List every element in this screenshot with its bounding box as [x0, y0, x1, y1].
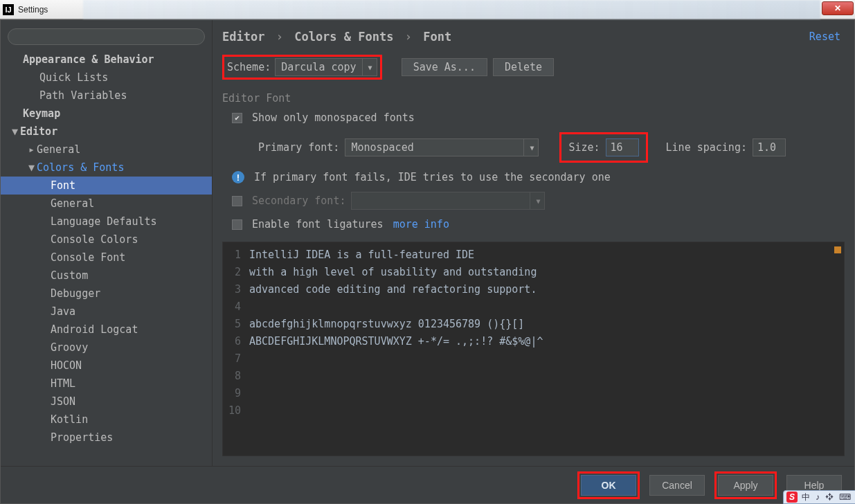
tree-item[interactable]: Keymap: [1, 105, 212, 123]
tree-item[interactable]: Console Font: [1, 249, 212, 267]
tree-item[interactable]: Java: [1, 303, 212, 321]
tree-item[interactable]: Appearance & Behavior: [1, 51, 212, 69]
font-size-input[interactable]: [606, 138, 639, 156]
secondary-font-checkbox[interactable]: [232, 196, 242, 206]
tree-item[interactable]: JSON: [1, 393, 212, 411]
tree-item[interactable]: Language Defaults: [1, 213, 212, 231]
tree-item[interactable]: Console Colors: [1, 231, 212, 249]
tree-item[interactable]: General: [1, 195, 212, 213]
breadcrumb-colors-fonts[interactable]: Colors & Fonts: [294, 30, 393, 44]
cancel-button[interactable]: Cancel: [649, 475, 705, 496]
more-info-link[interactable]: more info: [393, 218, 449, 231]
preview-marker: [834, 246, 841, 253]
apply-button[interactable]: Apply: [718, 475, 773, 496]
primary-font-dropdown[interactable]: Monospaced ▼: [345, 138, 539, 156]
scheme-value: Darcula copy: [281, 61, 356, 73]
breadcrumb: Editor › Colors & Fonts › Font Reset: [213, 20, 854, 51]
secondary-font-label: Secondary font:: [252, 195, 345, 207]
window-title: Settings: [18, 5, 48, 15]
delete-button[interactable]: Delete: [493, 58, 554, 76]
monospaced-label: Show only monospaced fonts: [252, 111, 415, 124]
ime-tray[interactable]: S 中 ♪ ᠅ ⌨: [783, 490, 855, 504]
tree-item[interactable]: Quick Lists: [1, 69, 212, 87]
ligatures-label: Enable font ligatures: [252, 218, 384, 231]
titlebar: IJ Settings ✕: [0, 0, 855, 19]
tree-item[interactable]: HTML: [1, 375, 212, 393]
tray-item[interactable]: ♪: [814, 492, 821, 502]
tray-item[interactable]: 中: [800, 492, 811, 503]
window-close-button[interactable]: ✕: [822, 1, 854, 15]
tree-item[interactable]: HOCON: [1, 357, 212, 375]
tree-item[interactable]: Properties: [1, 429, 212, 447]
tree-item[interactable]: Path Variables: [1, 87, 212, 105]
breadcrumb-sep: ›: [405, 30, 412, 44]
ok-button[interactable]: OK: [581, 475, 636, 496]
reset-link[interactable]: Reset: [809, 30, 840, 43]
tree-item[interactable]: Font: [1, 177, 212, 195]
app-icon: IJ: [3, 4, 14, 15]
settings-tree[interactable]: Appearance & BehaviorQuick ListsPath Var…: [1, 51, 212, 466]
save-as-button[interactable]: Save As...: [402, 58, 487, 76]
preview-content: IntelliJ IDEA is a full-featured IDEwith…: [223, 242, 844, 420]
breadcrumb-sep: ›: [276, 30, 283, 44]
tree-item[interactable]: Custom: [1, 267, 212, 285]
tree-item[interactable]: ▸General: [1, 141, 212, 159]
size-label: Size:: [568, 141, 600, 154]
monospaced-checkbox[interactable]: [232, 113, 242, 123]
titlebar-blur: [83, 0, 820, 19]
breadcrumb-editor[interactable]: Editor: [222, 30, 264, 44]
editor-font-section: Editor Font: [213, 84, 854, 107]
primary-font-label: Primary font:: [258, 141, 339, 154]
scheme-dropdown[interactable]: Darcula copy ▼: [275, 58, 377, 76]
sidebar: Appearance & BehaviorQuick ListsPath Var…: [1, 20, 213, 466]
tree-item[interactable]: Kotlin: [1, 411, 212, 429]
breadcrumb-font: Font: [423, 30, 451, 44]
tree-item[interactable]: Android Logcat: [1, 321, 212, 339]
info-icon: !: [232, 171, 244, 183]
scheme-label: Scheme:: [227, 61, 271, 73]
secondary-font-dropdown[interactable]: ▼: [351, 192, 545, 210]
tray-item[interactable]: ⌨: [838, 492, 852, 502]
chevron-down-icon: ▼: [362, 59, 372, 75]
preview-gutter: 12345678910: [223, 242, 245, 456]
tray-item[interactable]: ᠅: [824, 492, 835, 502]
fallback-info: If primary font fails, IDE tries to use …: [254, 171, 611, 183]
primary-font-value: Monospaced: [351, 141, 413, 154]
ime-s-icon: S: [786, 492, 798, 503]
chevron-down-icon: ▼: [530, 192, 540, 209]
tree-item[interactable]: Groovy: [1, 339, 212, 357]
line-spacing-input[interactable]: [753, 138, 786, 156]
ligatures-checkbox[interactable]: [232, 219, 242, 230]
tree-item[interactable]: ▼Colors & Fonts: [1, 159, 212, 177]
search-input[interactable]: [8, 28, 205, 45]
main-panel: Editor › Colors & Fonts › Font Reset Sch…: [213, 20, 854, 466]
tree-item[interactable]: ▼Editor: [1, 123, 212, 141]
line-spacing-label: Line spacing:: [666, 141, 747, 154]
font-preview: 12345678910 IntelliJ IDEA is a full-feat…: [222, 242, 845, 456]
dialog-footer: OK Cancel Apply Help: [1, 466, 854, 503]
tree-item[interactable]: Debugger: [1, 285, 212, 303]
chevron-down-icon: ▼: [523, 139, 534, 156]
